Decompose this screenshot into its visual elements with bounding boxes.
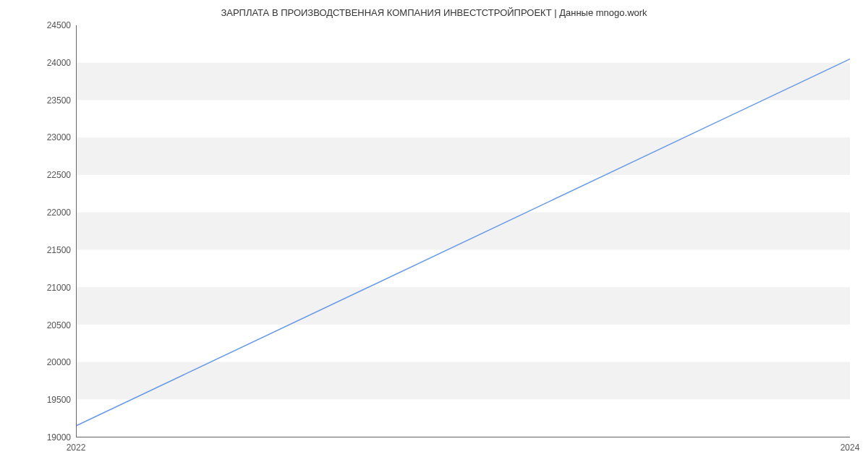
y-tick-label: 24500 (27, 20, 71, 30)
grid-band (77, 63, 850, 101)
y-tick-label: 22000 (27, 208, 71, 218)
y-tick-label: 19000 (27, 432, 71, 443)
y-tick-label: 24000 (27, 58, 71, 68)
x-tick-label: 2022 (67, 443, 86, 453)
y-tick-label: 19500 (27, 395, 71, 405)
y-tick-label: 20000 (27, 357, 71, 367)
grid-band (77, 213, 850, 250)
y-tick-label: 23000 (27, 132, 71, 142)
y-tick-label: 22500 (27, 170, 71, 180)
grid-band (77, 137, 850, 175)
x-tick-label: 2024 (841, 443, 860, 453)
plot-area (76, 25, 850, 437)
grid-band (77, 362, 850, 400)
y-tick-label: 23500 (27, 95, 71, 106)
y-tick-label: 21500 (27, 245, 71, 255)
y-tick-label: 21000 (27, 283, 71, 293)
grid-bands (77, 63, 850, 400)
y-tick-label: 20500 (27, 320, 71, 330)
chart-svg (77, 25, 850, 437)
chart-title: ЗАРПЛАТА В ПРОИЗВОДСТВЕННАЯ КОМПАНИЯ ИНВ… (0, 7, 868, 18)
grid-band (77, 287, 850, 325)
